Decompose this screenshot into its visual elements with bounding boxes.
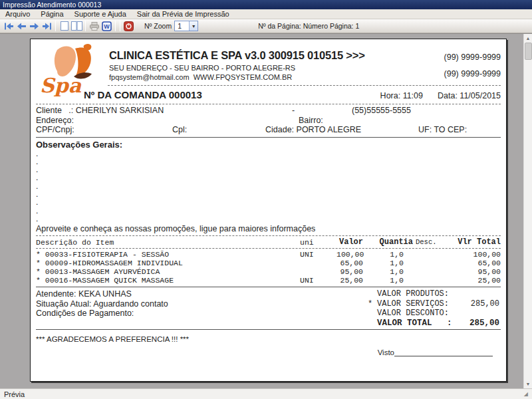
item-total: 65,00 [443, 259, 501, 267]
close-preview-button[interactable] [122, 21, 135, 32]
thanks-row: *** AGRADECEMOS A PREFERENCIA !!! *** [36, 330, 501, 344]
client-separator: - [292, 106, 352, 116]
client-block: Cliente .: CHERILYN SARKISIAN - (55)5555… [36, 104, 501, 135]
client-bairro-label: Bairro: [299, 116, 501, 126]
item-disc [413, 250, 443, 259]
window-titlebar[interactable]: Impressão Atendimento 000013 [0, 0, 532, 9]
item-qty: 1,0 [363, 276, 413, 285]
previous-page-icon [17, 23, 27, 30]
status-text: Prévia [4, 390, 25, 398]
toolbar: W Nº Zoom 1 ▼ Nº da Página: Número Págin… [0, 19, 532, 33]
company-block: CLINICA ESTÉTICA E SPA v3.0 300915 01051… [109, 42, 408, 81]
item-disc [413, 267, 443, 276]
client-uf-cep: UF: TO CEP: [418, 125, 501, 135]
print-button[interactable] [88, 21, 100, 32]
word-export-icon: W [102, 21, 112, 31]
table-row: * 00009-HIDROMASSAGEM INDIVIDUAL 65,00 1… [36, 259, 501, 267]
col-descricao: Descrição do Item [36, 238, 300, 247]
single-page-view-button[interactable] [58, 21, 70, 32]
client-name: Cliente .: CHERILYN SARKISIAN [36, 106, 292, 116]
visto-line: Visto [36, 348, 501, 356]
table-row: * 00016-MASSAGEM QUICK MASSAGE UNI 25,00… [36, 276, 501, 285]
item-valor: 65,00 [336, 259, 363, 267]
item-qty: 1,0 [363, 250, 413, 259]
observation-line: . [36, 207, 501, 215]
item-uni: UNI [300, 250, 336, 259]
observation-line: . [36, 190, 501, 198]
chevron-down-icon[interactable]: ▼ [189, 21, 198, 31]
observation-line: . [36, 174, 501, 182]
toolbar-separator [85, 21, 86, 31]
phone-2: (99) 9999-9999 [444, 69, 501, 78]
zoom-select[interactable]: 1 ▼ [174, 21, 198, 31]
status-bar: Prévia ◢ [0, 388, 532, 399]
zoom-label: Nº Zoom [144, 22, 172, 30]
hora-value: Hora: 11:09 [380, 91, 423, 100]
atendente: Atendente: KEKA UNHAS [36, 289, 368, 299]
observation-line: . [36, 158, 501, 166]
col-desconto: Desc. [413, 238, 443, 247]
zoom-value: 1 [175, 22, 189, 30]
col-vlr-total: Vlr Total [443, 238, 501, 247]
company-name: CLINICA ESTÉTICA E SPA v3.0 300915 01051… [109, 49, 408, 62]
item-desc: * 00013-MASSAGEM AYURVÉDICA [36, 267, 300, 276]
data-value: Data: 11/05/2015 [438, 91, 501, 100]
menu-sair-previa[interactable]: Sair da Prévia de Impressão [132, 9, 235, 19]
item-disc [413, 259, 443, 267]
item-total: 25,00 [443, 276, 501, 285]
col-valor: Valor [336, 238, 363, 247]
table-row: * 00033-FISIOTERAPIA - SESSÃO UNI 100,00… [36, 250, 501, 259]
col-uni: uni [300, 238, 336, 247]
next-page-button[interactable] [28, 21, 41, 32]
items-table-rows: * 00033-FISIOTERAPIA - SESSÃO UNI 100,00… [36, 249, 501, 287]
visto-underline [394, 348, 493, 356]
item-valor: 95,00 [336, 267, 363, 276]
exit-power-icon [124, 21, 134, 31]
item-valor: 25,00 [336, 276, 363, 285]
menu-bar: Arquivo Página Suporte e Ajuda Sair da P… [0, 9, 532, 19]
condicoes-pagamento: Condições de Pagamento: [36, 309, 368, 319]
observation-line: . [36, 198, 501, 206]
promo-message: Aproveite e conheça as nossas promoções,… [36, 224, 501, 233]
scrollbar-thumb[interactable] [525, 43, 532, 60]
first-page-icon [4, 23, 14, 30]
document-header: Spa CLINICA ESTÉTICA E SPA v3.0 300915 0… [36, 42, 501, 84]
valor-total-row: VALOR TOTAL :285,00 [368, 319, 501, 329]
valor-desconto-row: VALOR DESCONTO: [368, 309, 501, 319]
previous-page-button[interactable] [15, 21, 28, 32]
client-address-label: Endereço: [36, 116, 299, 126]
observations-block: Observações Gerais: . . . . . . . . . Ap… [36, 138, 501, 234]
two-page-icon [71, 21, 82, 31]
scroll-down-icon[interactable]: ▼ [524, 380, 532, 388]
scroll-up-icon[interactable]: ▲ [524, 34, 532, 43]
page-number-info: Nº da Página: Número Página: 1 [258, 22, 359, 30]
printer-icon [90, 22, 99, 31]
next-page-icon [29, 23, 39, 30]
toolbar-separator [55, 21, 56, 31]
item-total: 100,00 [443, 250, 501, 259]
thanks-message: *** AGRADECEMOS A PREFERENCIA !!! *** [36, 335, 189, 343]
company-phones: (99) 9999-9999 (99) 9999-9999 [444, 42, 501, 78]
item-desc: * 00016-MASSAGEM QUICK MASSAGE [36, 276, 300, 285]
first-page-button[interactable] [3, 21, 15, 32]
app-window: Impressão Atendimento 000013 Arquivo Pág… [0, 0, 532, 399]
two-page-view-button[interactable] [70, 21, 83, 32]
client-cpf-label: CPF/Cnpj: [36, 125, 172, 135]
valor-servicos-row: *VALOR SERVIÇOS:285,00 [368, 299, 501, 309]
item-desc: * 00033-FISIOTERAPIA - SESSÃO [36, 250, 300, 259]
last-page-icon [42, 23, 52, 30]
preview-workspace: Spa CLINICA ESTÉTICA E SPA v3.0 300915 0… [0, 33, 532, 388]
menu-pagina[interactable]: Página [35, 9, 68, 19]
last-page-button[interactable] [41, 21, 53, 32]
valor-produtos-row: VALOR PRODUTOS: [368, 289, 501, 299]
menu-arquivo[interactable]: Arquivo [0, 9, 35, 19]
totals-block: Atendente: KEKA UNHAS Situação Atual: Ag… [36, 287, 501, 328]
item-total: 95,00 [443, 267, 501, 276]
menu-suporte[interactable]: Suporte e Ajuda [69, 9, 132, 19]
export-word-button[interactable]: W [100, 21, 113, 32]
item-valor: 100,00 [336, 250, 363, 259]
svg-text:Spa: Spa [40, 74, 82, 96]
vertical-scrollbar[interactable]: ▲ ▼ [523, 34, 532, 388]
resize-grip[interactable]: ◢ [524, 391, 528, 397]
item-disc [413, 276, 443, 285]
